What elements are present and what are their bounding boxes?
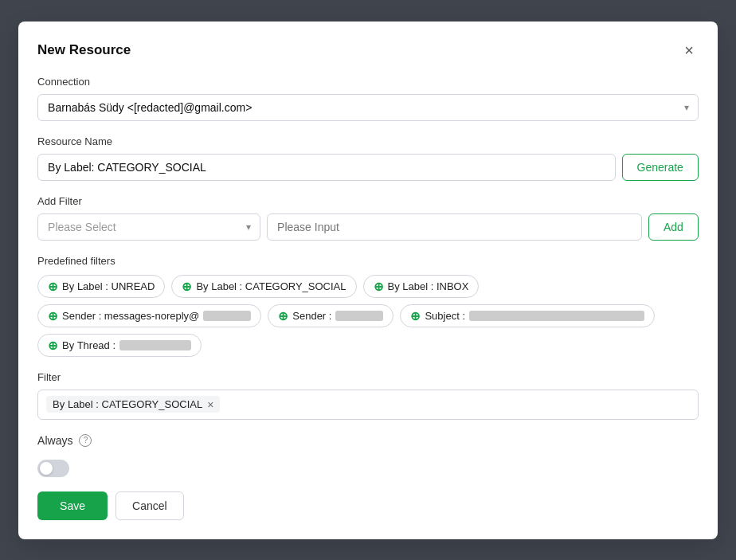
always-section: Always ?	[37, 434, 699, 477]
connection-select[interactable]: Barnabás Südy <[redacted]@gmail.com>	[37, 94, 699, 121]
chip-inbox[interactable]: ⊕ By Label : INBOX	[363, 275, 480, 298]
modal-overlay: New Resource × Connection Barnabás Südy …	[0, 0, 736, 560]
plus-icon: ⊕	[48, 339, 58, 351]
chip-sender2[interactable]: ⊕ Sender :	[268, 304, 393, 327]
footer-row: Save Cancel	[37, 491, 699, 520]
chip-unread[interactable]: ⊕ By Label : UNREAD	[37, 275, 165, 298]
chip-subject[interactable]: ⊕ Subject :	[400, 304, 655, 327]
modal-title: New Resource	[37, 42, 131, 58]
toggle-knob	[40, 462, 53, 475]
filter-tags-container: By Label : CATEGORY_SOCIAL ×	[37, 390, 699, 420]
filter-label: Filter	[37, 371, 699, 383]
always-label: Always	[37, 434, 72, 447]
chip-label: Sender :	[292, 310, 331, 322]
connection-section: Connection Barnabás Südy <[redacted]@gma…	[37, 76, 699, 121]
resource-name-label: Resource Name	[37, 135, 699, 147]
blurred-subject	[469, 311, 644, 321]
predefined-filters-label: Predefined filters	[37, 255, 699, 267]
always-row: Always ?	[37, 434, 699, 447]
chip-label: By Label : UNREAD	[62, 280, 155, 292]
blurred-thread	[119, 340, 191, 350]
predefined-chips-grid: ⊕ By Label : UNREAD ⊕ By Label : CATEGOR…	[37, 275, 699, 357]
resource-name-input[interactable]	[37, 154, 615, 181]
chip-label: By Label : CATEGORY_SOCIAL	[196, 280, 346, 292]
modal-header: New Resource ×	[37, 41, 699, 60]
save-button[interactable]: Save	[37, 491, 108, 520]
chip-social[interactable]: ⊕ By Label : CATEGORY_SOCIAL	[171, 275, 356, 298]
filter-tag-text: By Label : CATEGORY_SOCIAL	[53, 398, 202, 410]
blurred-sender1	[203, 311, 251, 321]
chip-label: Sender : messages-noreply@	[62, 310, 199, 322]
plus-icon: ⊕	[278, 310, 288, 322]
plus-icon: ⊕	[48, 310, 58, 322]
predefined-filters-section: Predefined filters ⊕ By Label : UNREAD ⊕…	[37, 255, 699, 357]
new-resource-modal: New Resource × Connection Barnabás Südy …	[18, 22, 718, 539]
chip-thread[interactable]: ⊕ By Thread :	[37, 334, 202, 357]
chip-sender1[interactable]: ⊕ Sender : messages-noreply@	[37, 304, 261, 327]
remove-filter-tag-button[interactable]: ×	[207, 399, 213, 410]
add-filter-button[interactable]: Add	[648, 213, 699, 241]
resource-name-section: Resource Name Generate	[37, 135, 699, 181]
add-filter-label: Add Filter	[37, 195, 699, 207]
connection-select-wrapper: Barnabás Südy <[redacted]@gmail.com> ▾	[37, 94, 699, 121]
chip-label: Subject :	[425, 310, 465, 322]
filter-type-select[interactable]: Please Select	[37, 213, 260, 241]
active-filter-tag: By Label : CATEGORY_SOCIAL ×	[46, 396, 220, 413]
chip-label: By Label : INBOX	[388, 280, 469, 292]
add-filter-section: Add Filter Please Select ▾ Add	[37, 195, 699, 241]
active-filter-section: Filter By Label : CATEGORY_SOCIAL ×	[37, 371, 699, 420]
plus-icon: ⊕	[48, 280, 58, 292]
generate-button[interactable]: Generate	[622, 154, 699, 181]
plus-icon: ⊕	[182, 280, 192, 292]
resource-name-row: Generate	[37, 154, 699, 181]
filter-value-input[interactable]	[267, 213, 642, 241]
plus-icon: ⊕	[410, 310, 421, 322]
connection-label: Connection	[37, 76, 699, 88]
chip-label: By Thread :	[62, 339, 115, 351]
filter-select-wrapper: Please Select ▾	[37, 213, 260, 241]
cancel-button[interactable]: Cancel	[115, 491, 184, 520]
blurred-sender2	[335, 311, 383, 321]
close-button[interactable]: ×	[679, 41, 699, 60]
help-icon[interactable]: ?	[79, 434, 92, 447]
filter-row: Please Select ▾ Add	[37, 213, 699, 241]
plus-icon: ⊕	[374, 280, 384, 292]
always-toggle[interactable]	[37, 460, 69, 477]
